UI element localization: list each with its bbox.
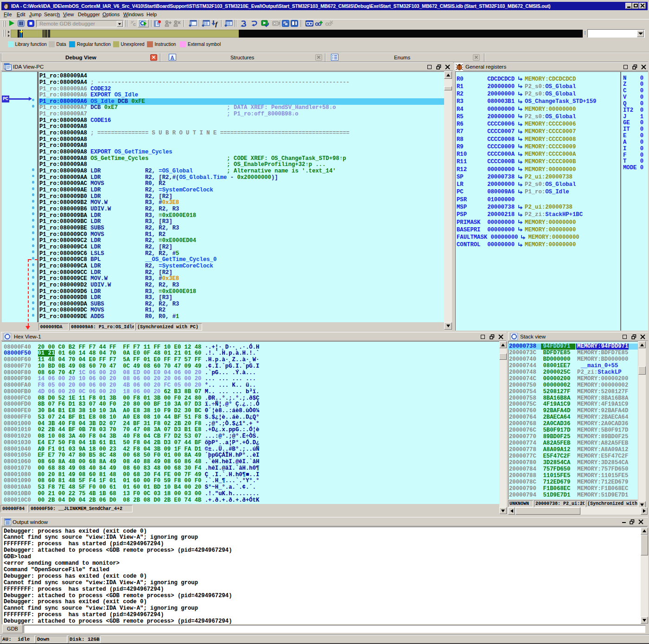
svg-text:A: A — [171, 55, 174, 60]
svg-text:f: f — [215, 20, 218, 27]
svg-text:c: c — [133, 21, 136, 27]
